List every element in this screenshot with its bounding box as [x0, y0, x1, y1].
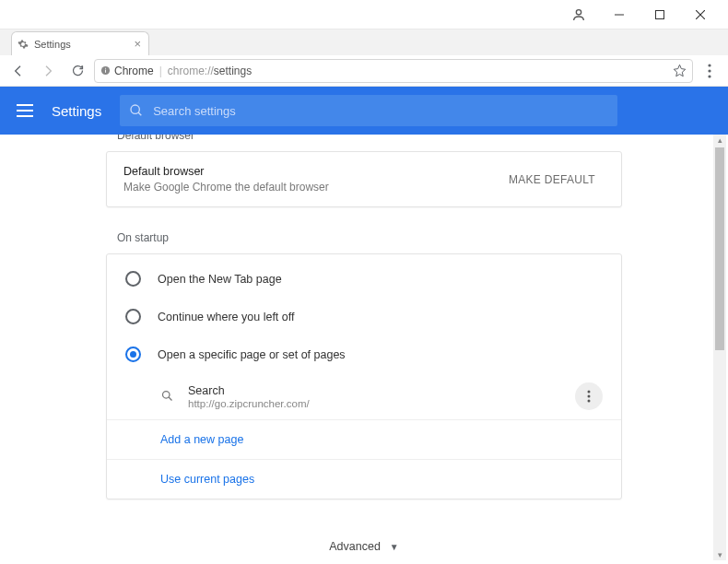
svg-point-9: [708, 69, 710, 72]
url-host: chrome://settings: [168, 65, 252, 77]
address-bar[interactable]: Chrome | chrome://settings: [94, 59, 693, 83]
default-browser-sub: Make Google Chrome the default browser: [123, 181, 329, 194]
svg-rect-7: [105, 68, 106, 69]
startup-option-continue[interactable]: Continue where you left off: [107, 298, 621, 335]
reload-button[interactable]: [65, 58, 90, 84]
startup-page-row: Search http://go.zipcruncher.com/: [107, 373, 621, 419]
tab-settings[interactable]: Settings ×: [11, 31, 149, 55]
radio-icon: [125, 309, 141, 324]
default-browser-heading: Default browser: [123, 165, 329, 178]
on-startup-card: Open the New Tab page Continue where you…: [106, 253, 622, 499]
secure-label: Chrome: [114, 65, 154, 77]
svg-rect-6: [105, 70, 106, 73]
advanced-label: Advanced: [329, 540, 381, 553]
tab-close-icon[interactable]: ×: [134, 37, 141, 51]
forward-button[interactable]: [35, 58, 61, 84]
radio-label: Open a specific page or set of pages: [158, 348, 346, 361]
gear-icon: [18, 39, 29, 50]
close-button[interactable]: [680, 2, 721, 28]
back-button[interactable]: [6, 58, 31, 84]
page-title: Settings: [52, 103, 101, 119]
settings-search-input[interactable]: [153, 104, 608, 118]
svg-point-20: [588, 400, 591, 403]
chevron-down-icon: ▼: [390, 542, 399, 552]
section-on-startup-label: On startup: [117, 231, 622, 244]
svg-line-15: [138, 112, 141, 115]
add-new-page-link[interactable]: Add a new page: [107, 419, 621, 459]
radio-label: Continue where you left off: [158, 311, 294, 323]
site-info-icon[interactable]: Chrome: [100, 65, 154, 77]
page-more-button[interactable]: [575, 382, 603, 410]
svg-rect-2: [656, 10, 664, 18]
scrollbar[interactable]: ▴ ▾: [713, 135, 726, 560]
tab-title: Settings: [34, 39, 71, 50]
svg-point-16: [163, 392, 170, 399]
account-icon[interactable]: [558, 2, 599, 28]
startup-option-specific-pages[interactable]: Open a specific page or set of pages: [107, 335, 621, 373]
svg-point-10: [708, 75, 710, 77]
radio-label: Open the New Tab page: [158, 273, 282, 286]
search-icon: [129, 103, 144, 118]
radio-icon-selected: [125, 347, 141, 362]
settings-search[interactable]: [120, 95, 617, 126]
maximize-button[interactable]: [640, 2, 680, 28]
minimize-button[interactable]: [599, 2, 640, 28]
svg-point-19: [588, 395, 591, 398]
svg-point-0: [576, 9, 581, 14]
scroll-down-icon[interactable]: ▾: [715, 549, 724, 560]
svg-line-17: [169, 397, 171, 400]
svg-point-18: [588, 391, 591, 394]
default-browser-card: Default browser Make Google Chrome the d…: [106, 151, 622, 207]
section-default-browser-label: Default browser: [117, 135, 622, 142]
menu-button[interactable]: [697, 58, 722, 84]
startup-page-url: http://go.zipcruncher.com/: [188, 398, 310, 409]
radio-icon: [125, 271, 141, 287]
scroll-thumb[interactable]: [715, 147, 724, 350]
use-current-pages-link[interactable]: Use current pages: [107, 459, 621, 499]
toolbar: Chrome | chrome://settings: [0, 55, 728, 87]
advanced-toggle[interactable]: Advanced ▼: [106, 540, 622, 553]
hamburger-icon[interactable]: [11, 97, 39, 124]
startup-option-new-tab[interactable]: Open the New Tab page: [107, 260, 621, 298]
svg-point-14: [131, 105, 139, 113]
svg-point-8: [708, 64, 710, 66]
settings-header: Settings: [0, 87, 728, 135]
window-titlebar: [0, 0, 728, 29]
make-default-button[interactable]: MAKE DEFAULT: [499, 168, 605, 192]
magnifier-icon: [160, 389, 175, 404]
new-tab-button[interactable]: [155, 35, 175, 53]
settings-content: Default browser Default browser Make Goo…: [0, 135, 728, 560]
bookmark-star-icon[interactable]: [673, 64, 687, 77]
tab-strip: Settings ×: [0, 29, 728, 55]
startup-page-title: Search: [188, 384, 310, 397]
scroll-up-icon[interactable]: ▴: [715, 135, 724, 146]
